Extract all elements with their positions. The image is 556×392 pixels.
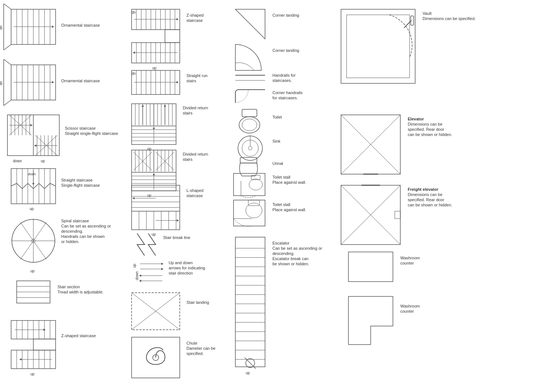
label-sink: Sink — [272, 139, 281, 143]
toilet — [239, 109, 260, 133]
svg-rect-108 — [165, 30, 180, 43]
svg-line-13 — [4, 44, 11, 50]
svg-text:up: up — [30, 269, 35, 273]
vault — [341, 9, 415, 83]
label-l-shaped: L-shaped — [186, 188, 203, 193]
spiral-staircase: up — [12, 219, 55, 273]
label-escalator: Escalator — [272, 241, 289, 245]
svg-text:staircase: staircase — [186, 18, 203, 23]
svg-text:up: up — [30, 372, 35, 376]
svg-text:down: down — [28, 172, 36, 176]
elevator — [341, 115, 400, 174]
svg-line-66 — [20, 222, 33, 241]
label-corner-landing-1: Corner landing — [272, 13, 299, 17]
up-down-arrows: up down — [132, 263, 162, 281]
straight-run-stairs: dn — [132, 70, 180, 94]
svg-rect-237 — [235, 237, 265, 367]
label-divided-2: Divided return — [183, 152, 208, 156]
svg-text:up: up — [132, 263, 136, 268]
straight-staircase: down up — [11, 169, 56, 211]
l-shaped-staircase: up — [132, 185, 180, 236]
label-toilet-stall-2: Toilet stall — [272, 202, 290, 207]
svg-text:dn: dn — [0, 81, 3, 85]
washroom-counter-1 — [348, 252, 393, 282]
label-spiral-2: Can be set as ascending or — [61, 224, 111, 228]
label-chute: Chute — [186, 341, 197, 345]
label-stair-section-2: Tread width is adjustable. — [57, 290, 103, 294]
svg-text:Place against wall.: Place against wall. — [272, 180, 306, 185]
label-divided-1: Divided return — [183, 106, 208, 110]
svg-text:staircase: staircase — [186, 193, 203, 198]
svg-text:dn: dn — [132, 72, 136, 76]
label-freight-elevator: Freight elevator — [408, 187, 438, 192]
label-stair-break: Stair break line — [163, 235, 190, 240]
corner-handrails — [235, 90, 265, 103]
label-spiral-4: Handrails can be shown — [61, 234, 105, 239]
label-stair-landing: Stair landing — [186, 300, 209, 305]
toilet-stall-2 — [234, 200, 265, 226]
label-stair-section: Stair section — [57, 285, 80, 289]
z-shaped-top: dn up — [132, 9, 180, 70]
svg-text:Dimensions can be: Dimensions can be — [408, 122, 443, 126]
svg-text:dn: dn — [132, 10, 136, 14]
svg-rect-258 — [341, 9, 415, 83]
label-spiral-5: or hidden. — [61, 239, 79, 244]
corner-landing-1 — [235, 9, 265, 39]
svg-rect-219 — [242, 109, 257, 117]
svg-text:up: up — [152, 232, 156, 236]
svg-text:dn: dn — [0, 26, 3, 30]
washroom-counter-2 — [348, 296, 393, 345]
corner-landing-2 — [235, 44, 261, 70]
freight-elevator — [341, 185, 400, 245]
label-straight-run: Straight run — [186, 73, 208, 78]
label-washroom-2: Washroom — [400, 304, 420, 308]
label-straight-staircase: Straight staircase — [61, 178, 93, 182]
svg-text:up: up — [152, 66, 157, 70]
sink — [238, 135, 262, 160]
label-z-shaped: Z-shaped staircase — [61, 333, 96, 338]
svg-line-260 — [404, 20, 411, 28]
label-urinal: Urinal — [272, 161, 283, 166]
svg-point-234 — [246, 203, 262, 218]
svg-rect-232 — [234, 200, 265, 226]
svg-text:stairs: stairs — [183, 111, 193, 115]
svg-text:for staircases.: for staircases. — [272, 96, 298, 100]
svg-line-26 — [4, 100, 11, 106]
toilet-stall-1 — [234, 173, 265, 197]
svg-text:Dimensions can be: Dimensions can be — [408, 192, 443, 197]
label-spiral-3: descending. — [61, 229, 83, 233]
label-elevator: Elevator — [408, 117, 424, 121]
svg-text:specified.: specified. — [186, 351, 203, 356]
svg-rect-86 — [33, 339, 56, 350]
main-diagram: dn Ornamental staircase dn Ornamental st… — [0, 0, 556, 392]
label-scissor: Scissor staircase — [65, 126, 96, 130]
svg-text:down: down — [135, 271, 139, 280]
label-ornamental-2: Ornamental staircase — [61, 79, 100, 83]
stair-break-line — [137, 233, 156, 256]
svg-text:up: up — [41, 159, 45, 163]
label-toilet-stall-1: Toilet stall — [272, 175, 290, 179]
svg-text:can be shown or hidden.: can be shown or hidden. — [408, 132, 452, 137]
label-z-shaped-top: Z-shaped — [186, 13, 203, 17]
svg-line-64 — [33, 222, 46, 241]
svg-text:up: up — [30, 207, 34, 211]
label-spiral: Spiral staircase — [61, 219, 89, 223]
scissor-staircase: down up — [7, 115, 59, 163]
divided-return-2: up — [132, 150, 176, 197]
svg-text:up: up — [246, 371, 250, 375]
svg-line-214 — [235, 9, 265, 39]
svg-line-68 — [20, 241, 33, 259]
ornamental-staircase-1: dn — [0, 4, 56, 50]
svg-text:descending.: descending. — [272, 251, 294, 256]
label-ornamental-1: Ornamental staircase — [61, 23, 100, 27]
svg-text:counter: counter — [400, 309, 414, 313]
svg-text:arrows for indicating: arrows for indicating — [169, 266, 205, 270]
svg-line-12 — [4, 4, 11, 9]
label-corner-landing-2: Corner landing — [272, 48, 299, 53]
svg-text:specified. Rear door: specified. Rear door — [408, 197, 444, 202]
label-handrails: Handrails for — [272, 73, 296, 77]
divided-return-1: up — [132, 104, 176, 151]
svg-text:stair direction: stair direction — [169, 271, 193, 275]
svg-text:be shown or hidden.: be shown or hidden. — [272, 262, 309, 266]
svg-point-229 — [249, 179, 262, 190]
